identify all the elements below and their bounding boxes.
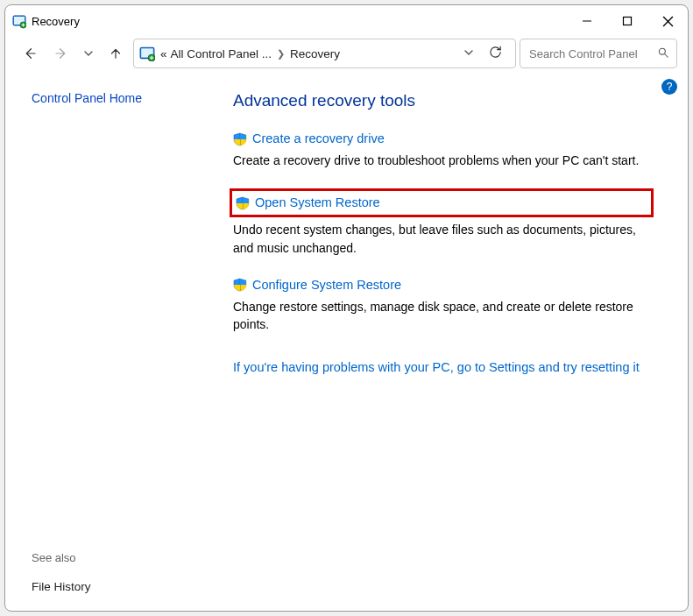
page-heading: Advanced recovery tools: [233, 91, 674, 110]
configure-system-restore-link[interactable]: Configure System Restore: [252, 276, 401, 294]
svg-line-8: [665, 53, 668, 57]
control-panel-icon: [139, 46, 155, 61]
svg-point-7: [659, 48, 665, 54]
search-input[interactable]: [527, 46, 650, 61]
window-title: Recovery: [32, 15, 80, 28]
breadcrumb-item[interactable]: Recovery: [290, 47, 340, 60]
address-bar[interactable]: « All Control Panel ... ❯ Recovery: [133, 39, 516, 68]
tool-description: Change restore settings, manage disk spa…: [233, 298, 654, 334]
body-area: ? Control Panel Home See also File Histo…: [5, 75, 688, 611]
sidebar: Control Panel Home See also File History: [32, 84, 233, 593]
window-controls: [567, 5, 688, 37]
tool-create-recovery-drive: Create a recovery drive Create a recover…: [233, 130, 654, 169]
create-recovery-drive-link[interactable]: Create a recovery drive: [252, 130, 385, 148]
file-history-link[interactable]: File History: [32, 580, 233, 593]
highlight-annotation: Open System Restore: [230, 188, 654, 217]
shield-icon: [233, 132, 247, 146]
shield-icon: [233, 278, 247, 292]
maximize-button[interactable]: [607, 5, 647, 37]
search-icon: [657, 46, 669, 61]
recent-locations-button[interactable]: [79, 39, 98, 67]
tool-description: Create a recovery drive to troubleshoot …: [233, 152, 654, 169]
nav-row: « All Control Panel ... ❯ Recovery: [5, 37, 688, 75]
help-button[interactable]: ?: [661, 79, 677, 95]
forward-button[interactable]: [47, 39, 75, 67]
svg-rect-4: [624, 18, 632, 25]
tool-configure-system-restore: Configure System Restore Change restore …: [233, 276, 654, 334]
control-panel-home-link[interactable]: Control Panel Home: [32, 91, 233, 105]
breadcrumb-overflow[interactable]: «: [160, 47, 167, 60]
breadcrumb-item[interactable]: All Control Panel ...: [171, 47, 272, 60]
breadcrumb: « All Control Panel ... ❯ Recovery: [160, 47, 340, 60]
up-button[interactable]: [102, 39, 130, 67]
chevron-right-icon: ❯: [275, 48, 286, 60]
refresh-button[interactable]: [481, 45, 510, 63]
close-button[interactable]: [647, 5, 688, 37]
address-dropdown-button[interactable]: [463, 47, 477, 60]
recovery-window: Recovery: [4, 4, 689, 612]
see-also-header: See also: [32, 551, 233, 564]
control-panel-icon: [12, 14, 26, 28]
content-area: Advanced recovery tools Create a recover…: [233, 84, 674, 593]
tool-open-system-restore: Open System Restore Undo recent system c…: [233, 188, 654, 257]
search-box[interactable]: [520, 39, 677, 68]
minimize-button[interactable]: [567, 5, 607, 37]
title-bar: Recovery: [5, 5, 688, 37]
shield-icon: [236, 196, 250, 210]
open-system-restore-link[interactable]: Open System Restore: [255, 194, 380, 212]
back-button[interactable]: [16, 39, 44, 67]
tool-description: Undo recent system changes, but leave fi…: [233, 221, 654, 257]
reset-pc-link[interactable]: If you're having problems with your PC, …: [233, 360, 640, 374]
